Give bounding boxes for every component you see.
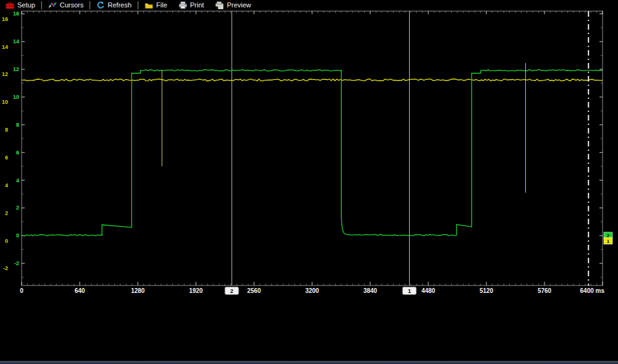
y-axis-label-ch1: 0	[5, 238, 8, 244]
y-axis-label-ch2: 4	[16, 177, 19, 184]
y-axis-label-ch1: 8	[5, 127, 8, 133]
x-axis-label: 4480	[421, 287, 436, 294]
x-axis-label: 5120	[480, 287, 494, 294]
oscilloscope-app: { "toolbar": { "items": [ {"label": "Set…	[0, 0, 618, 364]
cursor-1-axis-flag[interactable]: 1	[402, 287, 416, 295]
svg-text:1: 1	[408, 288, 411, 294]
y-axis-label-ch1: 14	[2, 44, 8, 50]
svg-text:2: 2	[231, 288, 234, 294]
y-axis-label-ch2: -2	[14, 260, 19, 266]
toolbar-item-label: Setup	[17, 0, 35, 11]
x-axis-label-max: 6400 ms	[580, 287, 605, 294]
toolbox-icon	[6, 2, 14, 9]
print-preview-icon	[215, 1, 224, 9]
toolbar-item-setup[interactable]: Setup	[0, 0, 41, 11]
folder-icon	[145, 2, 153, 9]
refresh-icon	[96, 1, 104, 9]
y-axis-label-ch2: 8	[16, 122, 19, 128]
y-axis-label-ch1: -2	[3, 265, 8, 271]
cursors-icon	[48, 1, 57, 9]
toolbar-item-file[interactable]: File	[139, 0, 173, 11]
window-bottom-edge	[0, 361, 618, 364]
cursor-2-axis-flag[interactable]: 2	[225, 287, 239, 295]
x-axis-label: 640	[75, 287, 85, 294]
y-axis-label-ch2: 14	[13, 38, 19, 44]
toolbar-item-preview[interactable]: Preview	[210, 0, 256, 11]
x-axis-label: 3840	[363, 287, 378, 294]
y-axis-label-ch1: 4	[5, 182, 8, 188]
toolbar: SetupCursorsRefreshFilePrintPreview	[0, 0, 618, 11]
svg-text:1: 1	[607, 239, 610, 244]
y-axis-label-ch2: 0	[16, 232, 19, 239]
transport-bar: 00:25:782 x128	[0, 338, 618, 361]
toolbar-item-label: Preview	[227, 0, 251, 11]
y-axis-label-ch1: 12	[2, 71, 8, 77]
toolbar-separator	[41, 1, 42, 9]
toolbar-separator	[90, 1, 90, 9]
measurement-panel: Profile Min Live Max Cursor 1 Cursor 2 D…	[0, 295, 618, 338]
y-axis-label-ch2: 10	[13, 94, 19, 100]
toolbar-item-label: File	[156, 0, 167, 11]
x-axis-label: 1280	[131, 287, 145, 294]
channel-1-ground-marker[interactable]: 1	[604, 237, 612, 244]
printer-icon	[179, 1, 187, 9]
y-axis-label-ch1: 6	[5, 154, 8, 161]
toolbar-item-cursors[interactable]: Cursors	[43, 0, 90, 11]
toolbar-item-label: Cursors	[60, 0, 84, 11]
toolbar-item-print[interactable]: Print	[173, 0, 210, 11]
y-axis-label-ch1: 2	[5, 210, 8, 216]
x-axis-label: 5760	[538, 287, 552, 294]
y-axis-label-ch2: 6	[16, 150, 19, 156]
x-axis-label: 3200	[305, 287, 320, 294]
y-axis-label-ch1: 10	[2, 99, 8, 105]
toolbar-item-label: Refresh	[108, 0, 132, 11]
toolbar-item-refresh[interactable]: Refresh	[91, 0, 137, 11]
y-axis-label-ch2: 12	[13, 66, 19, 72]
x-axis-label: 1920	[189, 287, 203, 294]
x-axis-label: 0	[20, 287, 23, 294]
y-axis-label-ch1: 16	[2, 16, 8, 22]
y-axis-label-ch2: 2	[16, 205, 19, 211]
y-axis-label-ch2: 16	[13, 11, 19, 17]
oscilloscope-plot[interactable]: 0640128019202560320038404480512057606400…	[0, 0, 618, 295]
toolbar-item-label: Print	[190, 0, 205, 11]
toolbar-separator	[138, 1, 138, 9]
x-axis-label: 2560	[247, 287, 261, 294]
